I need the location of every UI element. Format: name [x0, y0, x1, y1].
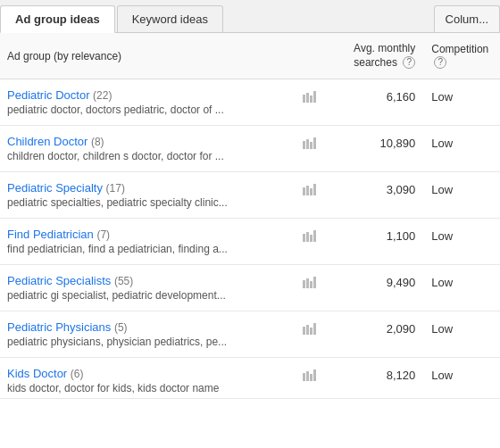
svg-rect-16 — [303, 280, 305, 288]
trend-icon — [303, 322, 317, 335]
avg-monthly-cell: 10,890 — [326, 126, 422, 172]
svg-rect-21 — [306, 325, 309, 335]
ad-group-cell: Pediatric Specialty (17) pediatric speci… — [0, 172, 295, 219]
avg-help-icon[interactable]: ? — [403, 56, 415, 69]
ad-group-keywords: children doctor, children s doctor, doct… — [7, 150, 288, 162]
competition-cell: Low — [422, 79, 500, 126]
table-row: Pediatric Doctor (22) pediatric doctor, … — [0, 79, 500, 126]
ad-group-name-link[interactable]: Pediatric Doctor — [7, 88, 89, 102]
trend-icon — [303, 369, 317, 381]
ad-group-keywords: pediatric physicians, physician pediatri… — [7, 336, 288, 348]
columns-button[interactable]: Colum... — [434, 5, 500, 32]
competition-cell: Low — [422, 358, 500, 399]
ad-group-count: (7) — [96, 228, 110, 241]
svg-rect-22 — [310, 328, 312, 335]
competition-cell: Low — [422, 126, 500, 172]
header-avg-monthly: Avg. monthly searches ? — [326, 33, 422, 79]
svg-rect-2 — [310, 95, 312, 103]
ad-group-name-link[interactable]: Find Pediatrician — [7, 228, 94, 241]
ad-group-count: (6) — [71, 368, 84, 380]
trend-icon — [303, 137, 317, 149]
svg-rect-14 — [310, 235, 312, 242]
trend-icon — [303, 229, 317, 242]
ad-group-count: (5) — [114, 321, 128, 334]
chart-icon-cell[interactable] — [295, 126, 327, 172]
header-competition: Competition ? — [422, 33, 500, 79]
avg-monthly-cell: 1,100 — [326, 219, 422, 265]
svg-rect-19 — [313, 277, 316, 288]
chart-icon-cell[interactable] — [295, 311, 327, 358]
svg-rect-8 — [303, 187, 305, 195]
ad-group-keywords: pediatric doctor, doctors pediatric, doc… — [7, 104, 288, 116]
ad-group-keywords: pediatric gi specialist, pediatric devel… — [7, 289, 288, 302]
ad-group-name-link[interactable]: Pediatric Physicians — [7, 320, 111, 334]
svg-rect-12 — [303, 234, 305, 242]
avg-monthly-cell: 2,090 — [326, 311, 422, 358]
svg-rect-5 — [306, 139, 309, 149]
svg-rect-4 — [303, 141, 305, 149]
ad-group-cell: Pediatric Doctor (22) pediatric doctor, … — [0, 79, 295, 126]
tab-ad-group-ideas[interactable]: Ad group ideas — [0, 5, 115, 33]
ad-group-cell: Pediatric Physicians (5) pediatric physi… — [0, 311, 295, 358]
trend-icon — [303, 276, 317, 288]
ad-group-name-link[interactable]: Pediatric Specialists — [7, 274, 111, 287]
ad-group-cell: Kids Doctor (6) kids doctor, doctor for … — [0, 358, 295, 399]
header-ad-group: Ad group (by relevance) — [0, 33, 295, 79]
chart-icon-cell[interactable] — [295, 219, 327, 265]
svg-rect-26 — [310, 374, 312, 381]
svg-rect-7 — [313, 137, 316, 149]
chart-icon-cell[interactable] — [295, 172, 327, 219]
results-table: Ad group (by relevance) Avg. monthly sea… — [0, 33, 500, 399]
trend-icon — [303, 90, 317, 103]
chart-icon-cell[interactable] — [295, 265, 327, 311]
table-row: Kids Doctor (6) kids doctor, doctor for … — [0, 358, 500, 399]
svg-rect-27 — [313, 369, 316, 381]
table-row: Children Doctor (8) children doctor, chi… — [0, 126, 500, 172]
ad-group-count: (8) — [91, 136, 104, 148]
ad-group-keywords: pediatric specialties, pediatric special… — [7, 196, 288, 209]
svg-rect-3 — [313, 91, 316, 103]
svg-rect-1 — [306, 93, 309, 103]
ad-group-keywords: find pediatrician, find a pediatrician, … — [7, 243, 288, 255]
svg-rect-11 — [313, 184, 316, 195]
svg-rect-0 — [303, 95, 305, 103]
ad-group-name-link[interactable]: Pediatric Specialty — [7, 181, 103, 195]
svg-rect-24 — [303, 373, 305, 381]
svg-rect-18 — [310, 281, 312, 288]
ad-group-count: (17) — [106, 182, 125, 195]
table-row: Pediatric Specialists (55) pediatric gi … — [0, 265, 500, 311]
competition-cell: Low — [422, 311, 500, 358]
competition-cell: Low — [422, 172, 500, 219]
chart-icon-cell[interactable] — [295, 358, 327, 399]
table-header-row: Ad group (by relevance) Avg. monthly sea… — [0, 33, 500, 79]
ad-group-cell: Children Doctor (8) children doctor, chi… — [0, 126, 295, 172]
ad-group-count: (22) — [93, 89, 112, 102]
header-chart-icon — [295, 33, 327, 79]
competition-help-icon[interactable]: ? — [434, 56, 446, 69]
svg-rect-13 — [306, 232, 309, 242]
competition-cell: Low — [422, 265, 500, 311]
svg-rect-6 — [310, 142, 312, 149]
tab-bar: Ad group ideas Keyword ideas Colum... — [0, 0, 500, 33]
ad-group-cell: Pediatric Specialists (55) pediatric gi … — [0, 265, 295, 311]
avg-monthly-cell: 8,120 — [326, 358, 422, 399]
chart-icon-cell[interactable] — [295, 79, 327, 126]
ad-group-keywords: kids doctor, doctor for kids, kids docto… — [7, 382, 288, 394]
ad-group-name-link[interactable]: Children Doctor — [7, 135, 88, 148]
svg-rect-20 — [303, 327, 305, 335]
svg-rect-15 — [313, 230, 316, 242]
table-row: Pediatric Physicians (5) pediatric physi… — [0, 311, 500, 358]
competition-cell: Low — [422, 219, 500, 265]
results-table-container: Ad group (by relevance) Avg. monthly sea… — [0, 33, 500, 399]
svg-rect-17 — [306, 278, 309, 288]
avg-monthly-cell: 9,490 — [326, 265, 422, 311]
tab-keyword-ideas[interactable]: Keyword ideas — [117, 5, 223, 32]
ad-group-name-link[interactable]: Kids Doctor — [7, 367, 67, 380]
svg-rect-9 — [306, 186, 309, 195]
avg-monthly-cell: 3,090 — [326, 172, 422, 219]
ad-group-count: (55) — [114, 275, 133, 287]
table-row: Find Pediatrician (7) find pediatrician,… — [0, 219, 500, 265]
table-row: Pediatric Specialty (17) pediatric speci… — [0, 172, 500, 219]
trend-icon — [303, 183, 317, 195]
ad-group-cell: Find Pediatrician (7) find pediatrician,… — [0, 219, 295, 265]
